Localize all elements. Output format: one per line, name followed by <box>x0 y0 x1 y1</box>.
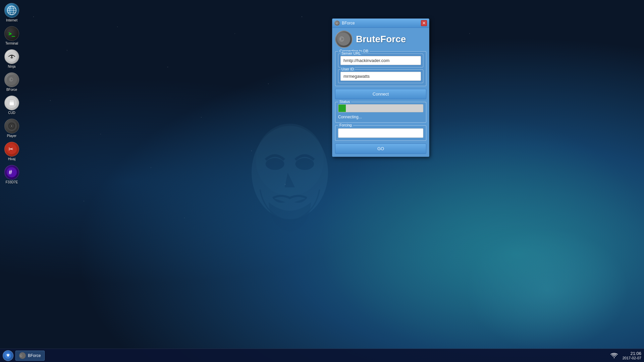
window-title-text: BForce <box>342 21 355 25</box>
svg-point-11 <box>12 56 14 57</box>
icon-bforce[interactable]: © BForce <box>1 71 22 93</box>
icon-player-label: Player <box>7 134 16 138</box>
app-title: BruteForce <box>356 34 406 45</box>
forcing-input[interactable] <box>338 128 423 138</box>
taskbar-bforce-item[interactable]: © BForce <box>15 351 45 361</box>
taskbar-right: 21:06 2017-02-07 <box>610 351 641 360</box>
icon-globe[interactable]: Internet <box>1 2 22 23</box>
cup-icon-image <box>4 96 19 110</box>
fscode-icon-image: # <box>4 165 19 180</box>
wifi-icon <box>610 353 618 359</box>
go-button[interactable]: GO <box>335 143 426 154</box>
taskbar-bforce-label: BForce <box>28 353 41 358</box>
status-group: Status Connecting... <box>335 102 426 123</box>
desktop-background <box>0 0 644 362</box>
hivaj-icon-image: ✂ <box>4 142 19 157</box>
taskbar-left: © BForce <box>3 350 45 361</box>
forcing-label: Forcing <box>338 123 353 127</box>
taskbar-date: 2017-02-07 <box>623 356 641 360</box>
svg-text:©: © <box>20 354 22 358</box>
bforce-icon-image: © <box>4 72 19 87</box>
ninja-icon-image <box>4 49 19 64</box>
desktop-icons-panel: Internet >_ Terminal Ninja © BForce <box>0 0 23 349</box>
status-progress-bar <box>338 104 423 112</box>
icon-player[interactable]: Player <box>1 117 22 139</box>
window-titlebar: © BForce ✕ <box>332 19 429 28</box>
taskbar-start-button[interactable] <box>3 350 13 361</box>
taskbar: © BForce 21:06 2017-02-07 <box>0 349 644 362</box>
time-date-area: 21:06 2017-02-07 <box>623 351 641 360</box>
icon-terminal[interactable]: >_ Terminal <box>1 25 22 47</box>
server-url-label: Server URL <box>340 51 362 55</box>
icon-cup[interactable]: CUD <box>1 94 22 116</box>
connect-button[interactable]: Connect <box>335 89 426 99</box>
icon-ninja[interactable]: Ninja <box>1 48 22 70</box>
icon-hivaj[interactable]: ✂ Hivaj <box>1 140 22 162</box>
svg-rect-16 <box>9 100 14 102</box>
svg-text:©: © <box>9 77 13 82</box>
bruteforce-window: © BForce ✕ © BruteForce Connecting to DB… <box>332 18 429 157</box>
user-id-label: User ID <box>340 67 355 71</box>
terminal-icon-image: >_ <box>4 26 19 41</box>
wifi-area <box>610 353 618 359</box>
icon-cup-label: CUD <box>8 111 15 115</box>
window-title-left: © BForce <box>334 20 355 26</box>
forcing-group: Forcing <box>335 125 426 141</box>
status-text: Connecting... <box>338 115 362 119</box>
svg-point-10 <box>10 56 11 57</box>
icon-bforce-label: BForce <box>6 88 17 92</box>
icon-terminal-label: Terminal <box>5 42 18 45</box>
user-id-input[interactable] <box>340 72 421 81</box>
svg-point-30 <box>7 355 9 357</box>
taskbar-time: 21:06 <box>630 351 641 356</box>
status-label: Status <box>338 100 351 104</box>
server-url-input[interactable] <box>340 56 421 65</box>
server-url-group: Server URL <box>338 54 423 67</box>
connecting-to-db-group: Connecting to DB Server URL User ID <box>335 51 426 86</box>
icon-hivaj-label: Hivaj <box>8 157 15 161</box>
taskbar-bforce-icon: © <box>19 352 26 359</box>
svg-point-2 <box>266 158 284 170</box>
status-bar-fill <box>338 105 346 112</box>
svg-text:©: © <box>339 36 344 43</box>
icon-fscode[interactable]: # F33D7E <box>1 164 22 185</box>
user-id-group: User ID <box>338 69 423 83</box>
window-close-button[interactable]: ✕ <box>421 20 427 26</box>
icon-fscode-label: F33D7E <box>6 180 18 184</box>
icon-ninja-label: Ninja <box>8 65 16 68</box>
window-title-icon: © <box>334 20 340 26</box>
window-content: © BruteForce Connecting to DB Server URL… <box>332 28 429 157</box>
player-icon-image <box>4 119 19 133</box>
globe-icon-image <box>4 3 19 18</box>
app-icon-large: © <box>335 31 353 48</box>
svg-point-20 <box>11 125 12 127</box>
svg-text:#: # <box>9 169 12 176</box>
svg-text:©: © <box>336 22 338 25</box>
app-header: © BruteForce <box>335 31 426 48</box>
svg-point-3 <box>295 158 314 170</box>
icon-globe-label: Internet <box>6 18 17 22</box>
svg-text:✂: ✂ <box>8 146 13 153</box>
